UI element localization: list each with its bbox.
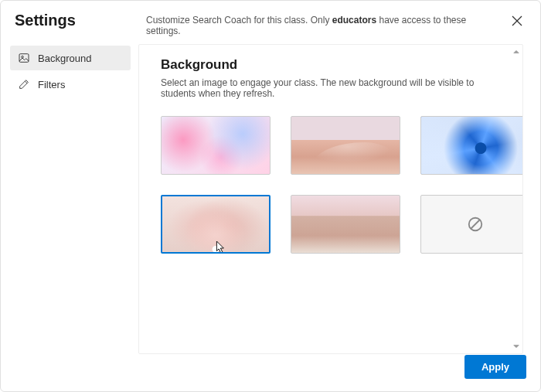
sidebar-item-label: Background [38,53,91,64]
sidebar-item-filters[interactable]: Filters [10,72,131,97]
sidebar-item-label: Filters [38,79,65,90]
content-scroll: Background Select an image to engage you… [139,45,522,353]
pencil-icon [18,78,30,90]
background-option-bubbles[interactable] [161,116,270,175]
footer: Apply [1,346,540,391]
sidebar: Background Filters [10,43,131,359]
background-option-bloom[interactable] [420,116,522,175]
svg-line-6 [471,220,480,229]
apply-button[interactable]: Apply [464,355,526,379]
none-icon [467,216,484,233]
sidebar-item-background[interactable]: Background [10,46,131,70]
content-panel: Background Select an image to engage you… [138,44,523,354]
background-option-none[interactable] [420,195,522,254]
image-icon [18,52,30,64]
header: Settings Customize Search Coach for this… [1,1,540,43]
page-title: Settings [15,12,131,29]
chevron-up-icon [513,49,519,55]
close-icon [511,15,523,27]
background-option-dune[interactable] [291,195,400,254]
background-option-desert[interactable] [291,116,400,175]
section-title: Background [161,57,501,73]
background-grid [161,116,501,254]
close-button[interactable] [508,12,526,30]
page-subtitle: Customize Search Coach for this class. O… [146,12,492,36]
svg-line-4 [25,81,27,84]
background-option-petals[interactable] [161,195,270,254]
section-description: Select an image to engage your class. Th… [161,77,501,99]
cursor-icon [213,240,226,254]
body: Background Filters Background Select an … [1,43,540,359]
svg-rect-2 [19,54,29,63]
scroll-up-button[interactable] [512,48,520,56]
